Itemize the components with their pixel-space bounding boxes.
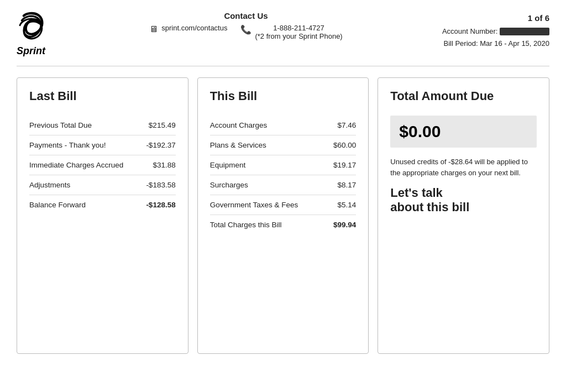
item-value: $215.49 xyxy=(149,121,176,129)
phone-contact: 📞 1-888-211-4727 (*2 from your Sprint Ph… xyxy=(240,24,342,40)
page-header: Sprint Contact Us 🖥 sprint.com/contactus… xyxy=(17,11,549,66)
item-label: Equipment xyxy=(210,161,333,169)
account-number-redacted xyxy=(500,28,549,35)
total-amount: $0.00 xyxy=(399,122,441,140)
last-bill-title: Last Bill xyxy=(29,89,176,103)
account-area: 1 of 6 Account Number: Bill Period: Mar … xyxy=(442,11,549,50)
phone-number: 1-888-211-4727 xyxy=(255,24,342,32)
list-item: Balance Forward -$128.58 xyxy=(29,195,176,215)
item-value: $5.14 xyxy=(338,201,357,209)
item-label: Previous Total Due xyxy=(29,121,149,129)
total-amount-box: $0.00 xyxy=(390,116,537,148)
list-item: Previous Total Due $215.49 xyxy=(29,116,176,135)
item-label: Account Charges xyxy=(210,121,338,129)
item-value: $60.00 xyxy=(333,141,356,149)
item-value: -$128.58 xyxy=(146,201,175,209)
list-item: Government Taxes & Fees $5.14 xyxy=(210,195,357,215)
last-bill-card: Last Bill Previous Total Due $215.49 Pay… xyxy=(17,77,188,354)
sprint-logo-icon xyxy=(17,11,50,44)
list-item: Total Charges this Bill $99.94 xyxy=(210,215,357,234)
list-item: Equipment $19.17 xyxy=(210,155,357,175)
item-label: Total Charges this Bill xyxy=(210,221,333,229)
item-value: $99.94 xyxy=(333,221,356,229)
item-label: Adjustments xyxy=(29,181,146,189)
item-label: Payments - Thank you! xyxy=(29,141,146,149)
web-contact: 🖥 sprint.com/contactus xyxy=(149,24,227,34)
web-icon: 🖥 xyxy=(149,24,158,34)
this-bill-title: This Bill xyxy=(210,89,357,103)
item-value: $31.88 xyxy=(153,161,175,169)
list-item: Account Charges $7.46 xyxy=(210,116,357,135)
item-value: $8.17 xyxy=(338,181,357,189)
item-value: -$183.58 xyxy=(146,181,175,189)
this-bill-items: Account Charges $7.46 Plans & Services $… xyxy=(210,116,357,234)
account-number-row: Account Number: xyxy=(442,25,549,38)
item-value: $19.17 xyxy=(333,161,356,169)
contact-title: Contact Us xyxy=(72,11,420,20)
list-item: Payments - Thank you! -$192.37 xyxy=(29,135,176,155)
total-due-title: Total Amount Due xyxy=(390,89,537,103)
brand-name: Sprint xyxy=(17,45,45,57)
account-label: Account Number: xyxy=(442,27,497,35)
total-due-card: Total Amount Due $0.00 Unused credits of… xyxy=(378,77,549,354)
lets-talk-cta[interactable]: Let's talk about this bill xyxy=(390,186,537,215)
credit-note: Unused credits of -$28.64 will be applie… xyxy=(390,156,537,178)
item-label: Surcharges xyxy=(210,181,338,189)
phone-icon: 📞 xyxy=(240,24,251,35)
list-item: Adjustments -$183.58 xyxy=(29,175,176,195)
cards-row: Last Bill Previous Total Due $215.49 Pay… xyxy=(17,77,549,354)
this-bill-card: This Bill Account Charges $7.46 Plans & … xyxy=(197,77,369,354)
item-label: Government Taxes & Fees xyxy=(210,201,338,209)
phone-note: (*2 from your Sprint Phone) xyxy=(255,32,342,40)
list-item: Immediate Charges Accrued $31.88 xyxy=(29,155,176,175)
web-url: sprint.com/contactus xyxy=(161,24,227,32)
last-bill-items: Previous Total Due $215.49 Payments - Th… xyxy=(29,116,176,215)
contact-area: Contact Us 🖥 sprint.com/contactus 📞 1-88… xyxy=(50,11,442,40)
item-value: -$192.37 xyxy=(146,141,175,149)
item-value: $7.46 xyxy=(338,121,357,129)
item-label: Immediate Charges Accrued xyxy=(29,161,153,169)
bill-period: Bill Period: Mar 16 - Apr 15, 2020 xyxy=(442,38,549,50)
logo-area: Sprint xyxy=(17,11,50,57)
page-indicator: 1 of 6 xyxy=(442,11,549,25)
item-label: Plans & Services xyxy=(210,141,333,149)
list-item: Surcharges $8.17 xyxy=(210,175,357,195)
item-label: Balance Forward xyxy=(29,201,146,209)
list-item: Plans & Services $60.00 xyxy=(210,135,357,155)
